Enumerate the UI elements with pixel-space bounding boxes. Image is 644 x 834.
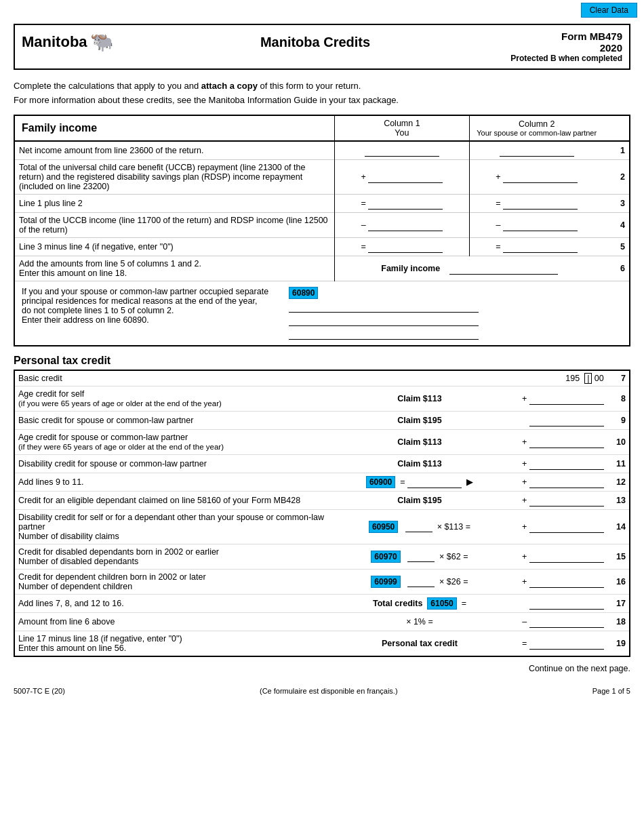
ptc-row7-middle bbox=[344, 370, 494, 386]
ptc-row13-value-input[interactable] bbox=[529, 494, 604, 507]
fi-row-5: Line 3 minus line 4 (if negative, enter … bbox=[15, 237, 629, 256]
ptc-row11-value-input[interactable] bbox=[529, 458, 604, 470]
fi-row2-col2: + bbox=[469, 159, 604, 194]
form-title: Manitoba Credits bbox=[144, 31, 487, 50]
ptc-row19-desc: Line 17 minus line 18 (if negative, ente… bbox=[14, 631, 344, 656]
ptc-row14-value-input[interactable] bbox=[529, 521, 604, 533]
ptc-row18-linenum: 18 bbox=[607, 612, 630, 631]
ptc-row18-value-input[interactable] bbox=[529, 616, 604, 628]
fi-row4-linenum: 4 bbox=[604, 212, 629, 237]
ptc-row-11: Disability credit for spouse or common-l… bbox=[14, 454, 630, 473]
ptc-table: Basic credit 195 | 00 7 Age credit for s… bbox=[14, 370, 630, 657]
ptc-row9-value-input[interactable] bbox=[529, 414, 604, 426]
address-line2-input[interactable] bbox=[289, 315, 479, 326]
clear-data-button[interactable]: Clear Data bbox=[581, 3, 637, 18]
fi-row4-col2-input[interactable] bbox=[503, 219, 578, 231]
fi-row4-col1-input[interactable] bbox=[368, 219, 443, 231]
family-income-header-row: Family income Column 1 You Column 2 Your… bbox=[15, 116, 629, 141]
ptc-row16-calc: 60999 × $26 = bbox=[344, 569, 494, 594]
form-number: Form MB479 2020 bbox=[487, 31, 622, 54]
intro-text: Complete the calculations that apply to … bbox=[14, 79, 630, 108]
fi-row2-col1-input[interactable] bbox=[368, 171, 443, 183]
ptc-row8-value-input[interactable] bbox=[529, 393, 604, 405]
address-field-code: 60890 bbox=[289, 287, 318, 299]
ptc-row11-desc: Disability credit for spouse or common-l… bbox=[14, 454, 344, 473]
fi-row-2: Total of the universal child care benefi… bbox=[15, 159, 629, 194]
fi-row-4: Total of the UCCB income (line 11700 of … bbox=[15, 212, 629, 237]
fi-row1-col2 bbox=[469, 141, 604, 160]
code-60999: 60999 bbox=[371, 576, 400, 588]
fi-row1-linenum: 1 bbox=[604, 141, 629, 160]
fi-row3-col1-input[interactable] bbox=[368, 197, 443, 210]
ptc-row-15: Credit for disabled dependants born in 2… bbox=[14, 544, 630, 569]
fi-row1-col2-input[interactable] bbox=[500, 144, 574, 157]
fi-row5-linenum: 5 bbox=[604, 237, 629, 256]
fi-row4-desc: Total of the UCCB income (line 11700 of … bbox=[15, 212, 335, 237]
ptc-row15-count-input[interactable] bbox=[407, 551, 435, 562]
logo-text: Manitoba bbox=[22, 33, 87, 51]
ptc-row16-value-input[interactable] bbox=[529, 576, 604, 588]
footer-french-note: (Ce formulaire est disponible en françai… bbox=[260, 687, 398, 695]
address-code-area: 60890 bbox=[289, 287, 479, 340]
address-line3-input[interactable] bbox=[289, 329, 479, 340]
fi-row5-col2-input[interactable] bbox=[503, 241, 578, 253]
ptc-row14-desc: Disability credit for self or for a depe… bbox=[14, 509, 344, 544]
ptc-row19-label: Personal tax credit bbox=[344, 631, 494, 656]
buffalo-icon: 🐃 bbox=[90, 31, 114, 53]
fi-address-row: If you and your spouse or common-law par… bbox=[15, 281, 629, 345]
ptc-row15-linenum: 15 bbox=[607, 544, 630, 569]
ptc-row19-value-input[interactable] bbox=[529, 637, 604, 650]
ptc-row18-multiplier: × 1% = bbox=[344, 612, 494, 631]
fi-row-3: Line 1 plus line 2 = = 3 bbox=[15, 194, 629, 212]
ptc-row15-value-input[interactable] bbox=[529, 551, 604, 563]
continue-text: Continue on the next page. bbox=[14, 664, 630, 673]
ptc-row12-value-input[interactable] bbox=[529, 476, 604, 488]
fi-row3-desc: Line 1 plus line 2 bbox=[15, 194, 335, 212]
ptc-row16-input: + bbox=[495, 569, 607, 594]
ptc-row-12: Add lines 9 to 11. 60900 = ▶ + 12 bbox=[14, 473, 630, 491]
ptc-row7-desc: Basic credit bbox=[14, 370, 344, 386]
code-60900: 60900 bbox=[366, 476, 395, 488]
ptc-row-18: Amount from line 6 above × 1% = – 18 bbox=[14, 612, 630, 631]
address-note-text: If you and your spouse or common-law par… bbox=[22, 287, 268, 325]
family-income-section: Family income Column 1 You Column 2 Your… bbox=[14, 115, 630, 346]
ptc-row12-sum-input[interactable] bbox=[407, 476, 462, 488]
address-line1-input[interactable] bbox=[289, 302, 479, 313]
fi-row2-col2-input[interactable] bbox=[503, 171, 578, 183]
ptc-row10-value-input[interactable] bbox=[529, 436, 604, 448]
address-block: If you and your spouse or common-law par… bbox=[22, 287, 622, 340]
fi-row1-col1-input[interactable] bbox=[365, 144, 439, 157]
ptc-row11-claim: Claim $113 bbox=[344, 454, 494, 473]
fi-row3-col2-input[interactable] bbox=[503, 197, 578, 210]
fi-row-1: Net income amount from line 23600 of the… bbox=[15, 141, 629, 160]
ptc-row16-count-input[interactable] bbox=[407, 576, 435, 587]
ptc-row18-input: – bbox=[495, 612, 607, 631]
ptc-row17-label: Total credits 61050 = bbox=[344, 594, 494, 612]
ptc-row17-value-input[interactable] bbox=[529, 597, 604, 610]
ptc-row15-desc: Credit for disabled dependants born in 2… bbox=[14, 544, 344, 569]
ptc-row14-calc: 60950 × $113 = bbox=[344, 509, 494, 544]
footer-page: Page 1 of 5 bbox=[592, 687, 630, 695]
form-header: Manitoba 🐃 Manitoba Credits Form MB479 2… bbox=[14, 24, 630, 70]
fi-row6-col1: Family income bbox=[335, 256, 604, 281]
page-footer: 5007-TC E (20) (Ce formulaire est dispon… bbox=[14, 687, 630, 695]
ptc-row12-code-area: 60900 = ▶ bbox=[344, 473, 494, 491]
fi-row3-col1: = bbox=[335, 194, 470, 212]
fi-row4-col2: – bbox=[469, 212, 604, 237]
ptc-row-19: Line 17 minus line 18 (if negative, ente… bbox=[14, 631, 630, 656]
form-info: Form MB479 2020 Protected B when complet… bbox=[487, 31, 622, 63]
ptc-row10-claim: Claim $113 bbox=[344, 429, 494, 454]
fi-row5-desc: Line 3 minus line 4 (if negative, enter … bbox=[15, 237, 335, 256]
ptc-row15-calc: 60970 × $62 = bbox=[344, 544, 494, 569]
ptc-row8-input: + bbox=[495, 386, 607, 411]
fi-row5-col1-input[interactable] bbox=[368, 241, 443, 253]
ptc-row14-count-input[interactable] bbox=[405, 521, 432, 532]
footer-form-code: 5007-TC E (20) bbox=[14, 687, 65, 695]
fi-row6-family-income-input[interactable] bbox=[449, 262, 558, 275]
ptc-row8-desc: Age credit for self (if you were 65 year… bbox=[14, 386, 344, 411]
code-61050: 61050 bbox=[427, 597, 456, 610]
ptc-row8-linenum: 8 bbox=[607, 386, 630, 411]
intro-line2: For more information about these credits… bbox=[14, 94, 630, 108]
fi-row5-col1: = bbox=[335, 237, 470, 256]
fi-row-6: Add the amounts from line 5 of columns 1… bbox=[15, 256, 629, 281]
